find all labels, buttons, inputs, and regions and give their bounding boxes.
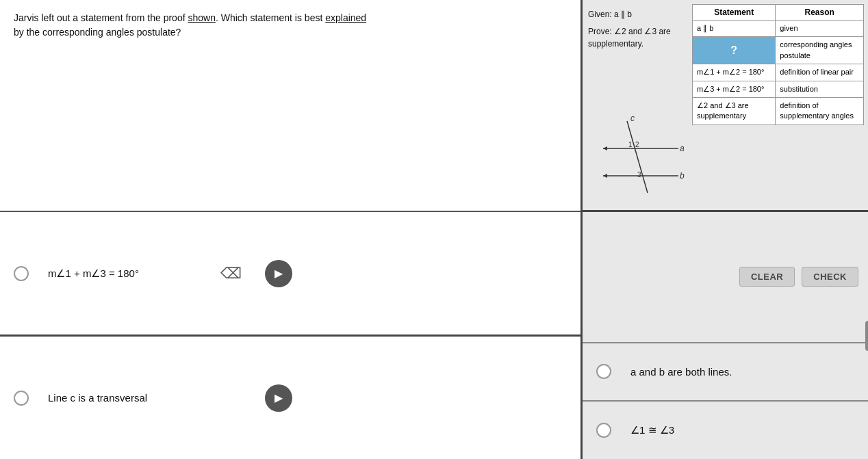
table-row-2[interactable]: ? corresponding angles postulate	[693, 37, 864, 64]
geometry-diagram: c a b 1 2 3	[589, 114, 687, 202]
question-text-part3: by the corresponding angles postulate?	[14, 27, 181, 38]
row4-reason: substitution	[776, 81, 864, 97]
choice-d-radio[interactable]	[596, 423, 611, 438]
choice-d-label: ∠1 ≅ ∠3	[630, 424, 674, 436]
row5-reason: definition of supplementary angles	[776, 97, 864, 124]
table-row-3: m∠1 + m∠2 = 180° definition of linear pa…	[693, 64, 864, 81]
given-col: Given: a ∥ b Prove: ∠2 and ∠3 are supple…	[583, 0, 691, 210]
choice-c-row: Line c is a transversal ▶	[0, 337, 580, 459]
question-explained-link[interactable]: explained	[325, 12, 366, 23]
proof-table: Statement Reason a ∥ b given ? correspon…	[692, 4, 864, 125]
given-text: Given: a ∥ b	[588, 7, 685, 23]
choice-d-row: ∠1 ≅ ∠3	[583, 402, 868, 459]
svg-text:1: 1	[628, 141, 633, 148]
choice-a-audio-btn[interactable]: ▶	[265, 260, 292, 287]
prove-text: Prove: ∠2 and ∠3 are supplementary.	[588, 25, 685, 50]
svg-text:b: b	[680, 171, 685, 181]
svg-text:2: 2	[635, 141, 639, 148]
left-section: Jarvis left out a statement from the pro…	[0, 0, 580, 459]
choices-block: m∠1 + m∠3 = 180° ▶ ⌫ Line c is a transve…	[0, 212, 580, 459]
right-bottom: CLEAR CHECK a and b are both lines. ∠1 ≅…	[583, 212, 868, 459]
diagram-svg: c a b 1 2 3	[589, 114, 689, 196]
proof-top: Given: a ∥ b Prove: ∠2 and ∠3 are supple…	[583, 0, 868, 212]
choice-a-label: m∠1 + m∠3 = 180°	[48, 267, 139, 280]
table-col: Statement Reason a ∥ b given ? correspon…	[691, 0, 868, 210]
row3-reason: definition of linear pair	[776, 64, 864, 81]
row4-statement: m∠3 + m∠2 = 180°	[693, 81, 776, 97]
row1-statement: a ∥ b	[693, 21, 776, 37]
svg-marker-9	[603, 146, 607, 150]
question-block: Jarvis left out a statement from the pro…	[0, 0, 580, 212]
svg-line-2	[627, 121, 648, 193]
choice-a-radio[interactable]	[14, 266, 29, 281]
table-row-5: ∠2 and ∠3 are supplementary definition o…	[693, 97, 864, 124]
page-wrapper: Jarvis left out a statement from the pro…	[0, 0, 868, 459]
col-header-statement: Statement	[693, 5, 776, 21]
choice-b-row: a and b are both lines.	[583, 343, 868, 402]
svg-text:c: c	[630, 114, 635, 123]
table-row-4: m∠3 + m∠2 = 180° substitution	[693, 81, 864, 97]
check-button[interactable]: CHECK	[802, 267, 858, 287]
question-text: Jarvis left out a statement from the pro…	[14, 11, 370, 40]
table-row-1: a ∥ b given	[693, 21, 864, 37]
audio-c-icon: ▶	[275, 391, 283, 404]
hand-cursor-icon: ⌫	[220, 265, 242, 283]
row1-reason: given	[776, 21, 864, 37]
clear-button[interactable]: CLEAR	[739, 267, 795, 287]
svg-text:a: a	[680, 144, 685, 153]
row2-reason: corresponding angles postulate	[776, 37, 864, 64]
right-section: Given: a ∥ b Prove: ∠2 and ∠3 are supple…	[580, 0, 868, 459]
choice-b-label: a and b are both lines.	[630, 366, 732, 378]
next-button[interactable]: ▶	[865, 321, 868, 351]
row2-statement-highlighted[interactable]: ?	[693, 37, 776, 64]
svg-text:3: 3	[637, 171, 641, 179]
choice-c-label: Line c is a transversal	[48, 392, 147, 404]
choice-b-radio[interactable]	[596, 364, 611, 379]
row3-statement: m∠1 + m∠2 = 180°	[693, 64, 776, 81]
row5-statement: ∠2 and ∠3 are supplementary	[693, 97, 776, 124]
right-choices: a and b are both lines. ∠1 ≅ ∠3	[583, 342, 868, 460]
question-text-part2: . Which statement is best	[216, 12, 325, 23]
action-buttons-row: CLEAR CHECK	[583, 212, 868, 342]
audio-a-icon: ▶	[275, 267, 283, 280]
col-header-reason: Reason	[776, 5, 864, 21]
choice-a-row: m∠1 + m∠3 = 180° ▶ ⌫	[0, 212, 580, 337]
choice-c-radio[interactable]	[14, 391, 29, 406]
question-text-part1: Jarvis left out a statement from the pro…	[14, 12, 188, 23]
choice-c-audio-btn[interactable]: ▶	[265, 384, 292, 412]
question-shown-link[interactable]: shown	[188, 12, 215, 23]
svg-marker-10	[603, 174, 607, 178]
